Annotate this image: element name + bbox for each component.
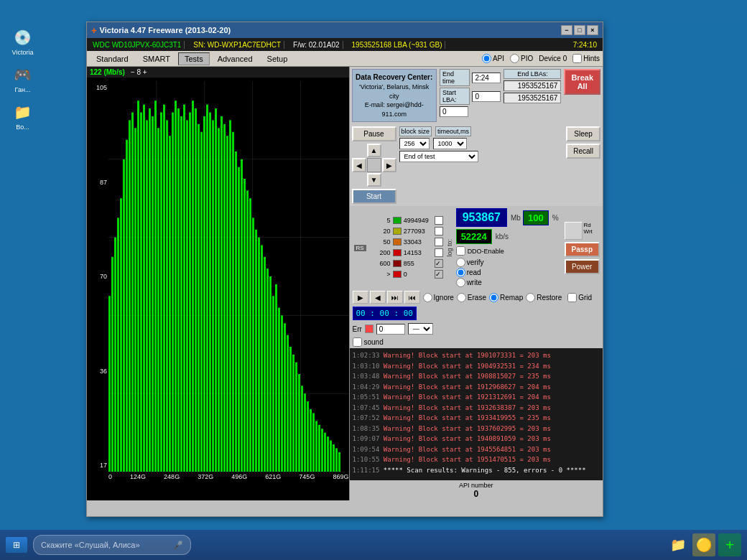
svg-rect-71 [289,347,292,472]
window-title: Victoria 4.47 Freeware (2013-02-20) [100,26,561,34]
mode-row: End of test [399,151,478,162]
taskbar-icon-add[interactable]: + [718,533,741,556]
pause-start-group: Pause ▲ ◀ ▶ ▼ Start [352,126,396,204]
verify-radio[interactable] [456,258,465,267]
start-button[interactable]: Start [352,189,396,204]
remap-radio[interactable] [489,293,498,302]
svg-rect-70 [287,335,289,472]
ind-check-5[interactable]: ✓ [435,270,443,279]
rd-box [565,222,583,240]
desktop-icon-work[interactable]: 📁 Во... [3,99,42,134]
hints-text: Hints [583,55,600,62]
pio-radio[interactable] [510,54,519,63]
hints-checkbox[interactable] [572,54,582,63]
menu-setup[interactable]: Setup [261,52,294,65]
timeout-select[interactable]: 1000 [433,138,467,149]
api-radio-label[interactable]: API [482,54,504,63]
erase-radio[interactable] [457,293,466,302]
ind-check-1[interactable] [435,227,443,235]
sleep-button[interactable]: Sleep [566,126,600,141]
graph-y-label-2: 70 [87,273,108,280]
mode-select[interactable]: End of test [399,151,478,162]
api-radio[interactable] [482,54,491,63]
desktop-icon-victoria[interactable]: 💿 Victoria [3,24,42,59]
remap-option[interactable]: Remap [489,293,523,302]
dir-right[interactable]: ▶ [382,158,396,172]
recall-button[interactable]: Recall [566,144,600,159]
end-button[interactable]: ⏮ [404,291,420,304]
ind-bar-3 [393,249,402,256]
maximize-button[interactable]: □ [574,25,585,35]
svg-rect-21 [146,120,148,472]
write-option[interactable]: write [456,278,559,287]
dir-down[interactable]: ▼ [367,173,381,187]
erase-label: Erase [468,294,486,302]
end-lba-value: 1953525167 [504,80,561,91]
taskbar-icon-yandex[interactable]: 🟡 [692,533,715,556]
ind-check-0[interactable] [435,216,443,225]
taskbar-icon-explorer[interactable]: 📁 [667,533,690,556]
mic-icon: 🎤 [173,541,183,550]
pio-radio-label[interactable]: PIO [510,54,533,63]
ind-check-4[interactable]: ✓ [435,259,443,268]
svg-rect-75 [301,386,303,472]
next-button[interactable]: ⏭ [387,291,403,304]
write-radio[interactable] [456,278,465,287]
svg-rect-49 [226,136,228,472]
games-icon-label: Ган... [15,86,31,93]
sound-checkbox[interactable] [353,337,362,347]
break-all-button[interactable]: BreakAll [564,69,600,95]
ddo-checkbox[interactable] [456,246,465,256]
ind-check-3[interactable] [435,248,443,257]
err-action-select[interactable]: — [408,323,433,335]
svg-rect-77 [307,401,309,472]
dr-line1: 'Victoria', Belarus, Minsk city [356,83,433,101]
x-label-1: 124G [130,473,146,480]
pause-button[interactable]: Pause [352,126,396,141]
start-lba-input[interactable] [472,91,501,102]
read-option[interactable]: read [456,268,559,277]
svg-rect-80 [315,421,317,472]
svg-rect-26 [160,113,162,472]
svg-rect-14 [126,140,128,472]
ignore-radio[interactable] [423,293,432,302]
power-button[interactable]: Power [565,259,600,274]
log-time: 1:03:48 [353,373,380,380]
err-value[interactable] [376,324,405,335]
restore-radio[interactable] [526,293,535,302]
desktop-icon-games[interactable]: 🎮 Ган... [3,62,42,96]
start-lba2-input[interactable] [440,106,468,117]
grid-checkbox[interactable] [567,293,577,302]
log-time: 1:08:35 [353,425,380,432]
minimize-button[interactable]: − [561,25,572,35]
restore-option[interactable]: Restore [526,293,562,302]
indicator-3: 200 14153 [369,248,443,257]
graph-canvas [108,81,349,472]
passp-button[interactable]: Passp [565,242,600,257]
block-size-select[interactable]: 256 [399,138,430,149]
ignore-option[interactable]: Ignore [423,293,454,302]
start-button-taskbar[interactable]: ⊞ [6,537,27,553]
grid-option[interactable]: Grid [567,293,592,302]
search-bar[interactable]: Скажите «Слушай, Алиса» 🎤 [33,535,191,555]
end-time-input[interactable] [472,73,501,83]
log-text: Warning! Block start at 1904932531 = 234… [384,363,551,370]
log-line: 1:04:29 Warning! Block start at 19129686… [353,383,600,393]
verify-option[interactable]: verify [456,258,559,267]
erase-option[interactable]: Erase [457,293,486,302]
ind-check-2[interactable] [435,238,443,246]
menu-tests[interactable]: Tests [178,52,210,65]
read-radio[interactable] [456,268,465,277]
dir-left[interactable]: ◀ [352,158,366,172]
vertical-label: log to: [446,239,453,257]
back-button[interactable]: ◀ [370,291,386,304]
hints-label[interactable]: Hints [572,54,600,63]
dir-up[interactable]: ▲ [367,144,381,157]
svg-rect-61 [261,245,263,472]
menu-advanced[interactable]: Advanced [211,52,259,65]
menu-smart[interactable]: SMART [136,52,177,65]
menu-standard[interactable]: Standard [90,52,135,65]
play-button[interactable]: ▶ [353,291,368,304]
log-area[interactable]: 1:02:33 Warning! Block start at 19010733… [350,348,603,480]
close-button[interactable]: × [587,25,598,35]
